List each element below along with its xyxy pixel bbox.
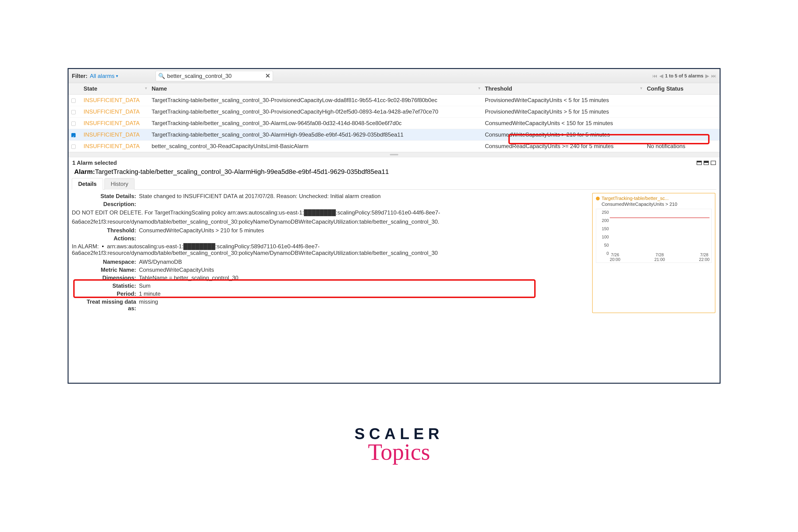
alarm-name-cell: TargetTracking-table/better_scaling_cont… bbox=[149, 118, 482, 129]
chart-card: TargetTracking-table/better_sc... Consum… bbox=[592, 193, 715, 313]
state-details-value: State changed to INSUFFICIENT DATA at 20… bbox=[139, 193, 587, 200]
dimensions-label: Dimensions: bbox=[78, 274, 139, 281]
pane-divider[interactable] bbox=[69, 152, 720, 157]
metric-name-label: Metric Name: bbox=[78, 267, 139, 273]
state-badge: INSUFFICIENT_DATA bbox=[83, 143, 140, 149]
threshold-line bbox=[610, 217, 709, 218]
status-dot-icon bbox=[596, 197, 600, 201]
table-row[interactable]: INSUFFICIENT_DATAbetter_scaling_control_… bbox=[69, 140, 720, 152]
y-tick: 100 bbox=[597, 235, 609, 240]
statistic-value: Sum bbox=[139, 283, 587, 289]
col-name[interactable]: Name▾ bbox=[149, 83, 482, 95]
alarm-title: Alarm:TargetTracking-table/better_scalin… bbox=[69, 167, 720, 178]
col-state[interactable]: State▾ bbox=[81, 83, 149, 95]
table-row[interactable]: INSUFFICIENT_DATATargetTracking-table/be… bbox=[69, 118, 720, 129]
tab-history[interactable]: History bbox=[104, 178, 135, 190]
col-config-status[interactable]: Config Status bbox=[644, 83, 720, 95]
statistic-label: Statistic: bbox=[78, 283, 139, 289]
threshold-cell: ConsumedWriteCapacityUnits > 210 for 5 m… bbox=[482, 129, 644, 140]
period-label: Period: bbox=[78, 290, 139, 297]
row-checkbox[interactable] bbox=[71, 145, 76, 149]
x-tick: 7/2620:00 bbox=[610, 253, 620, 262]
y-tick: 50 bbox=[597, 243, 609, 248]
pager: ⏮ ◀ 1 to 5 of 5 alarms ▶ ⏭ bbox=[652, 73, 716, 79]
x-axis-ticks: 7/2620:007/2821:007/2822:00 bbox=[610, 253, 709, 262]
state-badge: INSUFFICIENT_DATA bbox=[83, 131, 140, 138]
in-alarm-label: In ALARM: bbox=[72, 243, 99, 249]
alarm-name-cell: TargetTracking-table/better_scaling_cont… bbox=[149, 95, 482, 106]
threshold-value: ConsumedWriteCapacityUnits > 210 for 5 m… bbox=[139, 227, 587, 234]
clear-search-icon[interactable]: ✕ bbox=[265, 72, 270, 79]
details-header: 1 Alarm selected bbox=[69, 157, 720, 167]
pager-next-icon[interactable]: ▶ bbox=[705, 73, 709, 79]
row-checkbox[interactable] bbox=[71, 98, 76, 103]
search-input[interactable] bbox=[167, 73, 265, 79]
description-line2: 6a6ace2fe1f3:resource/dynamodb/table/bet… bbox=[72, 218, 587, 225]
selected-count: 1 Alarm selected bbox=[72, 159, 117, 166]
dimensions-value: TableName = better_scaling_control_30 bbox=[139, 274, 587, 281]
chart-area: 250200150100500 7/2620:007/2821:007/2822… bbox=[596, 209, 711, 263]
details-left: State Details:State changed to INSUFFICI… bbox=[78, 193, 587, 313]
cloudwatch-console: Filter: All alarms ▾ 🔍 ✕ ⏮ ◀ 1 to 5 of 5… bbox=[68, 68, 721, 384]
chevron-down-icon[interactable]: ▾ bbox=[116, 73, 118, 79]
pager-prev-icon[interactable]: ◀ bbox=[659, 73, 663, 79]
pager-text: 1 to 5 of 5 alarms bbox=[665, 73, 703, 79]
in-alarm-arn-1: arn:aws:autoscaling:us-east-1:████████:s… bbox=[107, 243, 320, 249]
tab-details[interactable]: Details bbox=[72, 178, 103, 190]
chart-title: TargetTracking-table/better_sc... bbox=[602, 196, 669, 201]
layout-max-icon[interactable] bbox=[711, 161, 716, 165]
description-label: Description: bbox=[78, 201, 139, 207]
threshold-label: Threshold: bbox=[78, 227, 139, 234]
row-checkbox[interactable] bbox=[71, 110, 76, 114]
pager-last-icon[interactable]: ⏭ bbox=[711, 73, 716, 79]
config-status-cell bbox=[644, 106, 720, 118]
alarm-label: Alarm: bbox=[74, 168, 95, 175]
alarms-table: State▾ Name▾ Threshold▾ Config Status IN… bbox=[69, 83, 720, 152]
col-threshold[interactable]: Threshold▾ bbox=[482, 83, 644, 95]
plot bbox=[610, 210, 709, 255]
namespace-value: AWS/DynamoDB bbox=[139, 259, 587, 265]
config-status-cell bbox=[644, 118, 720, 129]
search-icon: 🔍 bbox=[158, 73, 165, 79]
in-alarm-arn-2: 6a6ace2fe1f3:resource/dynamodb/table/bet… bbox=[72, 250, 438, 256]
table-row[interactable]: INSUFFICIENT_DATATargetTracking-table/be… bbox=[69, 129, 720, 140]
table-row[interactable]: INSUFFICIENT_DATATargetTracking-table/be… bbox=[69, 95, 720, 106]
row-checkbox[interactable] bbox=[71, 133, 76, 137]
y-tick: 250 bbox=[597, 210, 609, 215]
details-body: State Details:State changed to INSUFFICI… bbox=[69, 190, 720, 317]
namespace-label: Namespace: bbox=[78, 259, 139, 265]
filter-dropdown[interactable]: All alarms bbox=[90, 73, 115, 79]
threshold-cell: ConsumedWriteCapacityUnits < 150 for 15 … bbox=[482, 118, 644, 129]
period-value: 1 minute bbox=[139, 290, 587, 297]
chart-subtitle: ConsumedWriteCapacityUnits > 210 bbox=[602, 202, 711, 207]
toolbar: Filter: All alarms ▾ 🔍 ✕ ⏮ ◀ 1 to 5 of 5… bbox=[69, 69, 720, 83]
y-tick: 0 bbox=[597, 251, 609, 256]
x-tick: 7/2822:00 bbox=[699, 253, 709, 262]
table-header-row: State▾ Name▾ Threshold▾ Config Status bbox=[69, 83, 720, 95]
layout-min-icon[interactable] bbox=[697, 161, 702, 165]
layout-split-icon[interactable] bbox=[704, 161, 709, 165]
threshold-cell: ProvisionedWriteCapacityUnits < 5 for 15… bbox=[482, 95, 644, 106]
search-box[interactable]: 🔍 ✕ bbox=[156, 71, 273, 81]
state-details-label: State Details: bbox=[78, 193, 139, 200]
pager-first-icon[interactable]: ⏮ bbox=[652, 73, 658, 79]
alarm-name-cell: better_scaling_control_30-ReadCapacityUn… bbox=[149, 140, 482, 152]
y-axis-ticks: 250200150100500 bbox=[597, 210, 609, 256]
missing-value: missing bbox=[139, 299, 587, 312]
brand-logo: SCALER Topics bbox=[355, 425, 443, 466]
alarm-name-cell: TargetTracking-table/better_scaling_cont… bbox=[149, 129, 482, 140]
alarm-name: TargetTracking-table/better_scaling_cont… bbox=[95, 168, 389, 175]
state-badge: INSUFFICIENT_DATA bbox=[83, 109, 140, 115]
bullet-icon: • bbox=[102, 243, 104, 249]
state-badge: INSUFFICIENT_DATA bbox=[83, 120, 140, 126]
description-line1: DO NOT EDIT OR DELETE. For TargetTrackin… bbox=[72, 209, 587, 216]
missing-label: Treat missing data as: bbox=[78, 299, 139, 312]
state-badge: INSUFFICIENT_DATA bbox=[83, 97, 140, 103]
config-status-cell bbox=[644, 95, 720, 106]
y-tick: 200 bbox=[597, 218, 609, 223]
threshold-cell: ProvisionedWriteCapacityUnits > 5 for 15… bbox=[482, 106, 644, 118]
config-status-cell bbox=[644, 129, 720, 140]
row-checkbox[interactable] bbox=[71, 121, 76, 126]
filter-label: Filter: bbox=[72, 73, 88, 79]
table-row[interactable]: INSUFFICIENT_DATATargetTracking-table/be… bbox=[69, 106, 720, 118]
